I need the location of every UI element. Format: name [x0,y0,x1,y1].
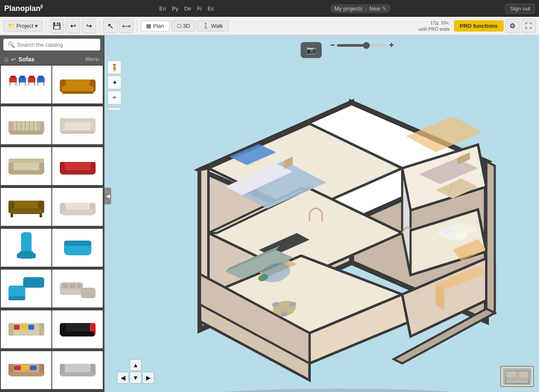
measure-icon: ⟷ [122,23,131,29]
project-nav: My projects › New ✎ [330,4,391,13]
catalog-item-14[interactable] [52,310,103,348]
search-input[interactable] [17,42,96,48]
lang-ru[interactable]: Ру [170,5,180,13]
save-button[interactable]: 💾 [50,19,64,33]
svg-point-90 [196,389,482,392]
canvas-area[interactable]: 📷 − + 🧍 ✦ + [104,35,539,392]
svg-rect-68 [77,283,82,289]
nav-left-button[interactable]: ◀ [117,372,129,384]
catalog-item-5[interactable] [1,147,51,185]
walk-view-button[interactable]: 🚶 Walk [197,20,228,32]
svg-rect-78 [61,331,94,336]
main-content: 🔍 ⌂ ↩ Sofas filters› [0,35,539,392]
nav-down-button[interactable]: ▼ [130,372,141,384]
svg-rect-9 [29,76,34,78]
svg-rect-141 [504,379,530,384]
pro-functions-button[interactable]: PRO functions [454,20,504,32]
signout-button[interactable]: Sign out [505,4,535,13]
catalog-item-1[interactable] [1,66,51,103]
svg-rect-60 [64,241,91,246]
catalog-item-13[interactable] [1,310,51,348]
down-arrow-icon: ▼ [133,374,139,381]
catalog-item-10[interactable] [52,229,103,267]
catalog-item-2[interactable] [52,66,103,103]
person-icon: 🧍 [110,64,119,72]
catalog-item-7[interactable] [1,188,51,226]
gear-icon: ⚙ [510,22,515,30]
up-arrow-icon: ▲ [133,362,139,368]
catalog-item-6[interactable] [52,147,103,185]
project-label: Project [16,23,33,29]
settings-button[interactable]: ⚙ [505,19,520,33]
cube-icon: ⬡ [177,23,181,29]
svg-rect-55 [62,209,93,215]
svg-rect-62 [23,277,44,288]
select-button[interactable]: ↖ [103,19,117,33]
3d-label: 3D [183,23,190,29]
person-view-button[interactable]: 🧍 [108,61,121,74]
pro-timer: 17д. 10ч.until PRO ends [419,20,450,32]
catalog-item-9[interactable] [1,229,51,267]
svg-rect-65 [81,288,96,298]
walk-icon: 🚶 [203,23,209,29]
undo-icon: ↩ [70,22,76,30]
compass-button[interactable]: ✦ [108,76,121,89]
toolbar-separator-2 [99,20,100,32]
svg-rect-41 [8,159,44,163]
catalog-item-4[interactable] [52,106,103,144]
svg-rect-20 [62,91,93,94]
floor-plan [166,86,512,392]
redo-button[interactable]: ↪ [82,19,96,33]
catalog-item-3[interactable] [1,106,51,144]
lang-en[interactable]: En [157,5,168,13]
svg-rect-58 [17,253,36,258]
project-dropdown-icon: ▾ [35,23,38,29]
catalog-item-15[interactable] [1,351,51,389]
undo-button[interactable]: ↩ [66,19,80,33]
select-icon: ↖ [107,21,114,31]
lang-fi[interactable]: Fi [195,5,203,13]
filters-link[interactable]: filters› [85,56,99,62]
zoom-bar: − + [330,40,394,50]
svg-rect-70 [8,323,13,336]
lang-es[interactable]: Es [206,5,216,13]
right-arrow-icon: ▶ [146,374,151,381]
zoom-in-button[interactable]: + [108,91,121,104]
plan-view-button[interactable]: ▦ Plan [141,20,169,32]
search-icon: 🔍 [8,41,15,48]
catalog-item-16[interactable] [52,351,103,389]
nav-right-button[interactable]: ▶ [142,372,154,384]
catalog-item-11[interactable] [1,270,51,307]
catalog-item-8[interactable] [52,188,103,226]
lang-de[interactable]: De [182,5,193,13]
toolbar-separator-3 [137,20,137,32]
nav-up-button[interactable]: ▲ [130,359,141,371]
fullscreen-button[interactable]: ⛶ [521,19,536,33]
zoom-out-bar[interactable] [108,108,121,110]
back-breadcrumb[interactable]: ↩ [11,56,16,63]
my-projects-link[interactable]: My projects [334,5,362,12]
3d-view-button[interactable]: ⬡ 3D [171,20,196,32]
project-button[interactable]: 📁 Project ▾ [3,20,43,32]
svg-rect-67 [69,283,76,289]
svg-rect-83 [14,366,21,370]
zoom-plus-button[interactable]: + [389,40,394,50]
screenshot-button[interactable]: 📷 [301,42,322,58]
sidebar-collapse-handle[interactable]: ◀ [104,188,111,204]
zoom-minus-button[interactable]: − [330,40,335,50]
minimap[interactable] [500,366,534,387]
toolbar-separator-1 [46,20,46,32]
home-breadcrumb[interactable]: ⌂ [4,56,8,63]
svg-rect-66 [62,283,68,289]
svg-rect-85 [30,366,37,370]
svg-rect-63 [8,296,25,300]
edit-icon[interactable]: ✎ [382,5,387,12]
toolbar: 📁 Project ▾ 💾 ↩ ↪ ↖ ⟷ ▦ Plan ⬡ 3D 🚶 Walk… [0,17,539,35]
svg-rect-45 [61,170,94,175]
left-controls: 🧍 ✦ + [108,61,121,110]
plan-label: Plan [153,23,164,29]
catalog-item-12[interactable] [52,270,103,307]
zoom-slider[interactable] [337,44,387,47]
svg-rect-51 [40,213,42,217]
measure-button[interactable]: ⟷ [119,19,133,33]
